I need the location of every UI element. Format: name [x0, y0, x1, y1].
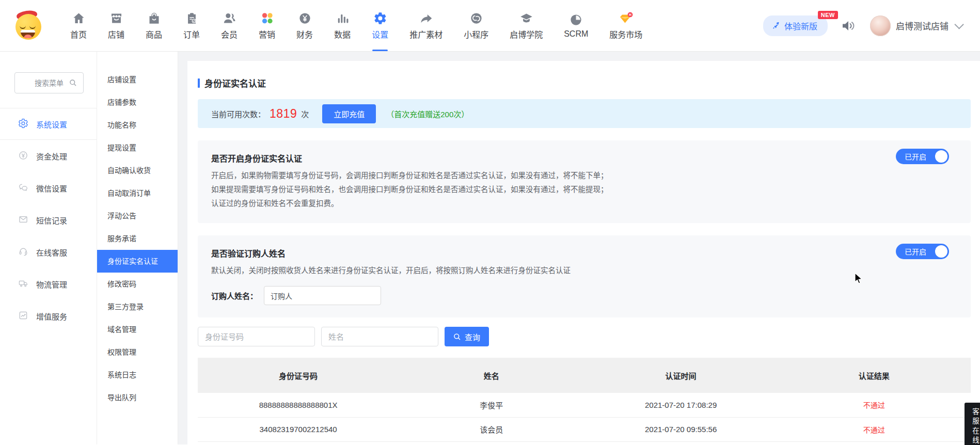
section-title: 是否开启身份证实名认证 [211, 152, 957, 164]
nav-item[interactable]: SCRM [564, 0, 588, 51]
nav-item[interactable]: 设置 [372, 0, 388, 51]
academy-icon [519, 11, 533, 25]
toggle-label: 已开启 [905, 246, 926, 257]
nav-item-label: SCRM [564, 29, 588, 39]
submenu-item[interactable]: 身份证实名认证 [97, 250, 178, 273]
nav-item-label: 财务 [296, 28, 313, 40]
table-row[interactable]: 370829199507105988 谢浦 2021-07-20 09:50:5… [198, 441, 971, 444]
secondary-sidebar: 店铺设置 店铺参数 功能名称 提现设置 自动确认收货 自动取消订单 浮动公告 服… [97, 52, 178, 444]
nav-item[interactable]: 商品 [146, 0, 162, 51]
submenu-item[interactable]: 导出队列 [97, 386, 178, 409]
nav-item-label: 推广素材 [409, 28, 442, 40]
try-new-label: 体验新版 [784, 20, 817, 32]
cell-id-number: 370829199507105988 [198, 441, 399, 444]
sidebar-item[interactable]: 资金处理 [0, 140, 97, 172]
submenu-item[interactable]: 店铺设置 [97, 68, 178, 91]
try-new-version-button[interactable]: 体验新版 NEW [763, 15, 828, 36]
nav-item-label: 订单 [183, 28, 200, 40]
nav-item[interactable]: 会员 [221, 0, 238, 51]
search-icon [453, 333, 461, 341]
record-search-bar: 查询 [198, 327, 971, 346]
nav-item[interactable]: 小程序 [464, 0, 488, 51]
table-body: 88888888888888801X 李俊平 2021-07-20 17:08:… [198, 393, 971, 444]
svg-text:H: H [629, 12, 631, 16]
col-verify-time: 认证时间 [584, 358, 777, 393]
orderer-name-toggle[interactable]: 已开启 [896, 244, 949, 259]
submenu-item[interactable]: 店铺参数 [97, 91, 178, 114]
submenu-item[interactable]: 自动确认收货 [97, 159, 178, 182]
nav-item[interactable]: 店铺 [108, 0, 124, 51]
sidebar-item-label: 资金处理 [36, 151, 67, 162]
nav-item[interactable]: H 服务市场 [609, 0, 642, 51]
page-title: 身份证实名认证 [198, 76, 971, 89]
nav-item[interactable]: 数据 [334, 0, 351, 51]
recharge-button[interactable]: 立即充值 [322, 104, 376, 123]
sys-gear-icon [18, 118, 28, 130]
query-button[interactable]: 查询 [445, 327, 489, 346]
nav-item[interactable]: 首页 [70, 0, 87, 51]
verification-records-table: 身份证号码 姓名 认证时间 认证结果 88888888888888801X 李俊… [198, 358, 971, 444]
submenu-item[interactable]: 系统日志 [97, 363, 178, 386]
submenu-item[interactable]: 服务承诺 [97, 227, 178, 250]
nav-item-label: 会员 [221, 28, 238, 40]
name-search-input[interactable] [321, 327, 438, 346]
shop-icon [109, 11, 123, 25]
announcement-speaker-icon[interactable] [841, 19, 857, 33]
nav-item[interactable]: 启博学院 [510, 0, 543, 51]
menu-search [0, 52, 97, 108]
quota-banner: 当前可用次数： 1819 次 立即充值 （首次充值赠送200次） [198, 99, 971, 128]
brand-logo[interactable] [15, 12, 43, 40]
sidebar-item-label: 增值服务 [36, 311, 67, 322]
toggle-label: 已开启 [905, 151, 926, 162]
nav-item-label: 店铺 [108, 28, 124, 40]
cell-name: 谢浦 [399, 441, 584, 444]
toggle-knob [935, 245, 947, 258]
header-right: 体验新版 NEW 启博测试店铺 [763, 15, 961, 36]
quota-unit: 次 [301, 108, 309, 119]
nav-item[interactable]: 推广素材 [409, 0, 442, 51]
sidebar-item-label: 系统设置 [36, 119, 67, 130]
col-id-number: 身份证号码 [198, 358, 399, 393]
id-verification-toggle[interactable]: 已开启 [896, 149, 949, 164]
submenu-item[interactable]: 权限管理 [97, 341, 178, 363]
nav-item[interactable]: 订单 [183, 0, 200, 51]
menu-search-input[interactable] [14, 72, 84, 93]
sidebar-item[interactable]: 微信设置 [0, 172, 97, 204]
orderer-name-input[interactable] [264, 286, 381, 305]
submenu-item[interactable]: 浮动公告 [97, 204, 178, 227]
customer-service-tab[interactable]: 客服在线 [965, 403, 980, 445]
submenu-item[interactable]: 自动取消订单 [97, 182, 178, 204]
cell-verify-time: 2021-07-20 09:50:53 [584, 441, 777, 444]
sidebar-item[interactable]: 增值服务 [0, 300, 97, 332]
account-menu[interactable]: 启博测试店铺 [870, 15, 961, 36]
sidebar-item[interactable]: 系统设置 [0, 108, 97, 140]
nav-item-label: 设置 [372, 28, 388, 40]
table-header-row: 身份证号码 姓名 认证时间 认证结果 [198, 358, 971, 393]
submenu-item[interactable]: 提现设置 [97, 136, 178, 159]
sidebar-item[interactable]: 在线客服 [0, 236, 97, 268]
sidebar-item[interactable]: 物流管理 [0, 268, 97, 300]
cell-verify-time: 2021-07-20 17:08:29 [584, 393, 777, 417]
submenu-item[interactable]: 第三方登录 [97, 295, 178, 318]
table-row[interactable]: 88888888888888801X 李俊平 2021-07-20 17:08:… [198, 393, 971, 417]
sidebar-item-label: 在线客服 [36, 247, 67, 258]
submenu-item[interactable]: 功能名称 [97, 114, 178, 136]
sidebar-item[interactable]: 短信记录 [0, 204, 97, 236]
chart-icon [18, 310, 28, 322]
nav-item[interactable]: 营销 [259, 0, 275, 51]
enable-id-verification-section: 是否开启身份证实名认证 开启后，如果购物需要填写身份证号码，会调用接口判断身份证… [198, 140, 971, 223]
submenu-item[interactable]: 域名管理 [97, 318, 178, 341]
table-row[interactable]: 340823197002212540 该会员 2021-07-20 09:55:… [198, 417, 971, 441]
wechat-icon [18, 182, 28, 194]
cell-verify-result: 不通过 [778, 441, 971, 444]
nav-item[interactable]: 财务 [296, 0, 313, 51]
cell-id-number: 340823197002212540 [198, 417, 399, 441]
finance-icon [298, 11, 312, 25]
market-icon: H [619, 11, 633, 25]
miniprogram-icon [469, 11, 483, 25]
submenu-item[interactable]: 修改密码 [97, 273, 178, 295]
sidebar-item-label: 物流管理 [36, 279, 67, 290]
order-icon [185, 11, 199, 25]
new-badge: NEW [818, 11, 838, 19]
id-number-search-input[interactable] [198, 327, 315, 346]
